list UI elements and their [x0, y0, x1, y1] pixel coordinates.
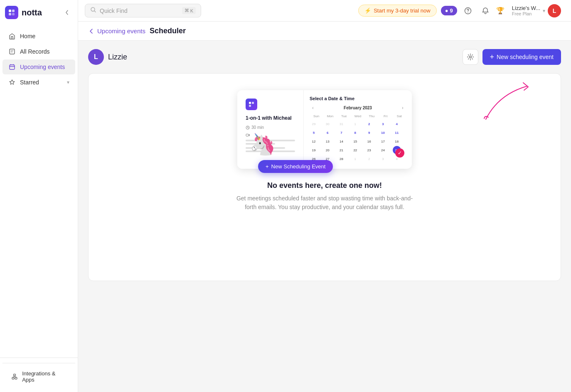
app-name: notta [22, 8, 42, 17]
cal-prev-button[interactable]: ‹ [310, 104, 316, 111]
breadcrumb-back-link[interactable]: Upcoming events [88, 27, 145, 35]
svg-rect-15 [249, 105, 251, 107]
calendar-illustration: 1-on-1 with Micheal 30 min [237, 90, 412, 169]
trophy-area[interactable]: 🏆 [496, 7, 505, 15]
cal-cell[interactable]: 28 [337, 155, 346, 163]
cal-right-panel: Select a Date & Time ‹ February 2023 › S… [304, 90, 412, 169]
sidebar: notta Home [0, 0, 78, 392]
sidebar-item-starred[interactable]: Starred ▾ [2, 75, 75, 90]
lightning-icon: ⚡ [364, 7, 371, 14]
help-button[interactable] [461, 4, 475, 17]
user-name: Lizzie's W... [512, 5, 540, 11]
illustration-area: 1-on-1 with Micheal 30 min [221, 90, 428, 169]
empty-state-card: 1-on-1 with Micheal 30 min [88, 73, 561, 281]
user-info: Lizzie's W... Free Plan [512, 5, 540, 16]
breadcrumb-current: Scheduler [150, 27, 186, 35]
cal-day-fri: Fri [379, 113, 392, 119]
cal-cell[interactable]: 23 [365, 146, 373, 154]
sidebar-item-home-label: Home [20, 33, 35, 39]
cal-cell[interactable]: 20 [323, 146, 332, 154]
new-scheduling-event-button[interactable]: + New scheduling event [482, 49, 561, 65]
cal-cell[interactable]: 9 [365, 128, 373, 137]
scheduler-settings-button[interactable] [463, 49, 478, 65]
cal-cell[interactable]: 7 [337, 128, 346, 137]
svg-rect-2 [9, 13, 11, 15]
sidebar-logo-area: notta [0, 0, 78, 25]
coin-icon: ● [445, 7, 448, 14]
svg-rect-5 [10, 65, 15, 69]
svg-rect-13 [249, 102, 251, 104]
search-shortcut: ⌘ K [182, 7, 196, 14]
cal-cell[interactable]: 14 [337, 137, 346, 145]
user-menu[interactable]: Lizzie's W... Free Plan ▾ L [509, 2, 564, 19]
notifications-button[interactable] [479, 4, 492, 17]
sidebar-item-all-records[interactable]: All Records [2, 44, 75, 59]
cal-cell[interactable]: 29 [310, 120, 318, 128]
cal-logo-icon [246, 99, 257, 110]
svg-rect-3 [12, 13, 15, 15]
cal-cell[interactable]: 16 [365, 137, 373, 145]
cal-next-button[interactable]: › [399, 104, 406, 111]
cal-cell[interactable]: 13 [323, 137, 332, 145]
cal-day-wed: Wed [351, 113, 364, 119]
cal-cell[interactable]: 19 [310, 146, 318, 154]
search-bar[interactable]: Quick Find ⌘ K [85, 4, 201, 17]
scheduler-header-actions: + New scheduling event [463, 49, 561, 65]
scheduler-user-avatar: L [88, 49, 104, 65]
cal-cell[interactable]: 22 [351, 146, 359, 154]
cal-cell[interactable]: 1 [351, 155, 359, 163]
app-logo-icon [5, 6, 18, 19]
cal-day-sat: Sat [393, 113, 406, 119]
sidebar-item-home[interactable]: Home [2, 29, 75, 44]
cal-cell[interactable]: 24 [379, 146, 387, 154]
new-scheduling-overlay-button[interactable]: + New Scheduling Event [258, 160, 333, 173]
scheduler-user-row: L Lizzie [88, 49, 127, 65]
cal-cell[interactable]: 15 [351, 137, 359, 145]
svg-rect-4 [10, 49, 15, 54]
trial-button[interactable]: ⚡ Start my 3-day trial now [358, 5, 437, 17]
cal-cell[interactable]: 30 [323, 120, 332, 128]
cal-cell[interactable]: 1 [351, 120, 359, 128]
logo-group: notta [5, 6, 42, 19]
cal-left-panel: 1-on-1 with Micheal 30 min [237, 90, 304, 169]
unicorn-mascot: 🦄 [250, 132, 276, 156]
cal-days-header: Sun Mon Tue Wed Thu Fri Sat [310, 113, 406, 119]
search-icon [90, 7, 96, 15]
cal-grid: 29 30 31 1 2 3 4 5 6 [310, 120, 406, 163]
svg-rect-1 [12, 10, 15, 12]
cal-cell[interactable]: 2 [365, 120, 373, 128]
cal-cell[interactable]: 10 [379, 128, 387, 137]
cal-cell[interactable]: 2 [365, 155, 373, 163]
cal-cell[interactable]: 6 [323, 128, 332, 137]
cal-cell[interactable]: 18 [393, 137, 401, 145]
svg-rect-0 [9, 10, 11, 12]
sidebar-nav: Home All Records Upcoming events [0, 25, 78, 357]
chevron-down-icon: ▾ [543, 8, 545, 14]
cal-cell[interactable]: 5 [310, 128, 318, 137]
svg-point-11 [468, 12, 468, 13]
cal-cell[interactable]: 11 [393, 128, 401, 137]
trophy-icon: 🏆 [496, 7, 505, 15]
sidebar-item-all-records-label: All Records [20, 48, 50, 55]
cal-duration: 30 min [246, 125, 295, 130]
header-right: ⚡ Start my 3-day trial now ● 9 [358, 2, 564, 19]
cal-cell[interactable]: 8 [351, 128, 359, 137]
cal-cell[interactable]: 3 [379, 155, 387, 163]
sidebar-item-integrations[interactable]: Integrations & Apps [5, 367, 73, 387]
sidebar-item-upcoming-events[interactable]: Upcoming events [2, 59, 75, 74]
cal-cell[interactable]: 12 [310, 137, 318, 145]
user-plan: Free Plan [512, 11, 540, 16]
collapse-sidebar-button[interactable] [61, 7, 73, 18]
cal-cell[interactable]: 4 [393, 120, 401, 128]
cal-cell[interactable]: 21 [337, 146, 346, 154]
selected-check-badge: ✓ [395, 148, 404, 158]
cal-cell[interactable]: 31 [337, 120, 346, 128]
sidebar-item-integrations-label: Integrations & Apps [22, 370, 67, 383]
points-badge[interactable]: ● 9 [441, 6, 457, 15]
cal-cell[interactable]: 17 [379, 137, 387, 145]
user-avatar-header: L [548, 4, 561, 17]
cal-cell[interactable]: 3 [379, 120, 387, 128]
cal-cell-selected[interactable]: 25 ✓ [393, 146, 401, 154]
sidebar-item-upcoming-events-label: Upcoming events [20, 64, 65, 70]
cal-month-nav: ‹ February 2023 › [310, 104, 406, 111]
